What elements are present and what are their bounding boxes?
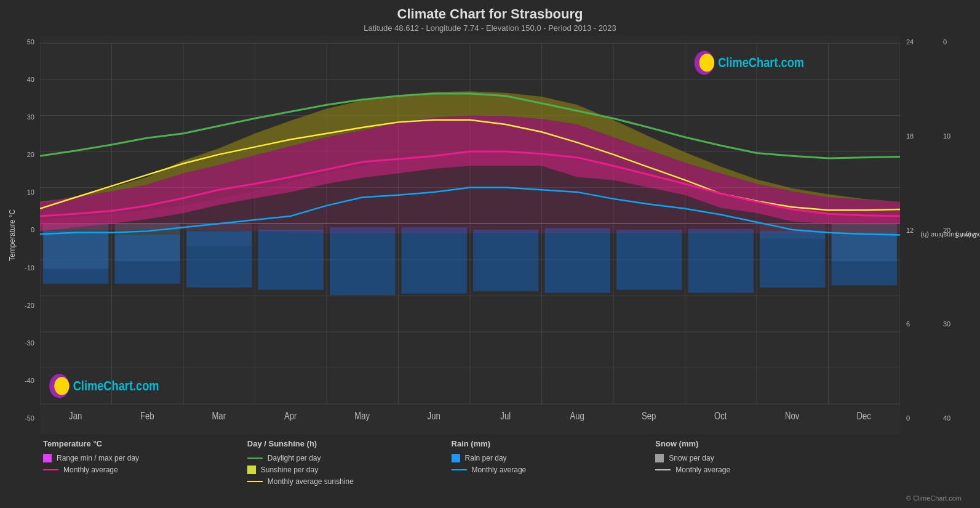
rain-axis-label: Rain / Snow (mm) [955,232,980,239]
svg-text:Dec: Dec [857,410,871,421]
y-axis-left-ticks: 50 40 30 20 10 0 -10 -20 -30 -40 -50 [18,36,40,434]
chart-svg: ClimeChart.com ClimeChart.com Jan Feb Ma… [40,36,900,434]
svg-rect-33 [186,231,252,288]
svg-rect-35 [330,227,395,295]
svg-text:Aug: Aug [570,410,584,421]
right-axes: 24 18 12 6 0 Day / Sunshine (h) 0 10 20 … [900,36,974,434]
y-tick-20: 20 [18,151,38,158]
legend-temp-avg: Monthly average [43,466,247,474]
legend-sunshine: Day / Sunshine (h) Daylight per day Suns… [247,439,452,502]
chart-title: Climate Chart for Strasbourg [6,6,974,22]
y-tick-50: 50 [18,38,38,46]
svg-rect-36 [402,227,467,293]
legend-snow-per-day-label: Snow per day [669,454,714,462]
rain-tick-30: 30 [940,320,971,328]
y-tick-n20: -20 [18,302,38,309]
y-tick-30: 30 [18,113,38,121]
rain-tick-10: 10 [940,132,971,140]
y-tick-n50: -50 [18,414,38,422]
legend-snow-box-color [655,454,664,462]
legend-daylight-color [247,458,263,459]
y-tick-n30: -30 [18,339,38,347]
svg-text:Oct: Oct [714,410,727,421]
legend-rain: Rain (mm) Rain per day Monthly average [452,439,656,502]
sunshine-tick-6: 6 [903,320,934,328]
y-axis-rain: 0 10 20 30 40 Rain / Snow (mm) [937,36,974,434]
copyright-text: © ClimeChart.com [906,494,962,502]
y-tick-n10: -10 [18,264,38,272]
svg-text:Jun: Jun [428,410,440,421]
svg-text:Feb: Feb [140,410,154,421]
svg-rect-31 [43,231,108,283]
legend-snow: Snow (mm) Snow per day Monthly average [655,439,859,502]
legend-temperature: Temperature °C Range min / max per day M… [43,439,247,502]
legend-temp-avg-color [43,469,58,470]
y-tick-40: 40 [18,76,38,83]
legend-rain-avg: Monthly average [452,466,656,474]
svg-rect-39 [616,230,682,290]
svg-point-50 [54,377,69,395]
svg-rect-37 [473,230,538,291]
svg-rect-40 [688,229,754,293]
legend-daylight: Daylight per day [247,454,452,462]
chart-area-wrapper: Temperature °C 50 40 30 20 10 0 -10 -20 … [6,36,974,434]
legend-sunshine-avg-color [247,481,263,482]
svg-text:Apr: Apr [284,410,297,421]
y-tick-10: 10 [18,188,38,196]
legend-sunshine-per-day-label: Sunshine per day [261,466,318,474]
svg-rect-42 [832,233,897,285]
legend-temp-avg-label: Monthly average [63,466,118,474]
legend-snow-avg-label: Monthly average [675,466,730,474]
legend-rain-avg-label: Monthly average [472,466,527,474]
legend-sunshine-box-color [247,466,256,474]
y-tick-0: 0 [18,226,38,233]
legend-rain-title: Rain (mm) [452,439,656,448]
legend-snow-title: Snow (mm) [655,439,859,448]
legend-rain-box-color [452,454,460,462]
legend-daylight-label: Daylight per day [268,454,321,462]
svg-rect-34 [258,230,324,290]
svg-rect-38 [545,228,610,293]
legend-sunshine-avg: Monthly average sunshine [247,477,452,486]
svg-text:Jul: Jul [500,410,511,421]
main-container: Climate Chart for Strasbourg Latitude 48… [0,0,980,508]
rain-tick-40: 40 [940,414,971,422]
svg-text:Jan: Jan [69,410,82,421]
sunshine-tick-24: 24 [903,38,934,46]
legend-snow-avg-color [655,469,671,470]
svg-text:Sep: Sep [642,410,656,421]
legend-sunshine-title: Day / Sunshine (h) [247,439,452,448]
svg-text:ClimeChart.com: ClimeChart.com [73,379,159,393]
legend-temp-range-color [43,454,52,462]
legend-temp-range-label: Range min / max per day [57,454,139,462]
legend-rain-per-day: Rain per day [452,454,656,462]
svg-point-47 [699,54,714,71]
legend-sunshine-per-day: Sunshine per day [247,466,452,474]
sunshine-tick-18: 18 [903,132,934,140]
legend-container: Temperature °C Range min / max per day M… [6,434,974,505]
legend-sunshine-avg-label: Monthly average sunshine [268,477,354,486]
rain-tick-0: 0 [940,38,971,46]
chart-subtitle: Latitude 48.612 - Longitude 7.74 - Eleva… [6,23,974,33]
svg-text:May: May [354,410,370,421]
svg-text:ClimeChart.com: ClimeChart.com [718,55,804,70]
sunshine-tick-0: 0 [903,414,934,422]
legend-temp-range: Range min / max per day [43,454,247,462]
legend-temp-title: Temperature °C [43,439,247,448]
y-axis-left-label: Temperature °C [6,36,18,434]
svg-text:Mar: Mar [212,410,226,421]
svg-rect-41 [760,231,825,288]
copyright-area: © ClimeChart.com [859,439,968,502]
svg-rect-32 [115,235,180,284]
svg-text:Nov: Nov [785,410,800,421]
legend-rain-per-day-label: Rain per day [465,454,507,462]
legend-snow-per-day: Snow per day [655,454,859,462]
y-tick-n40: -40 [18,377,38,384]
y-axis-sunshine: 24 18 12 6 0 Day / Sunshine (h) [900,36,937,434]
chart-main: ClimeChart.com ClimeChart.com Jan Feb Ma… [40,36,900,434]
legend-snow-avg: Monthly average [655,466,859,474]
legend-rain-avg-color [452,469,467,470]
